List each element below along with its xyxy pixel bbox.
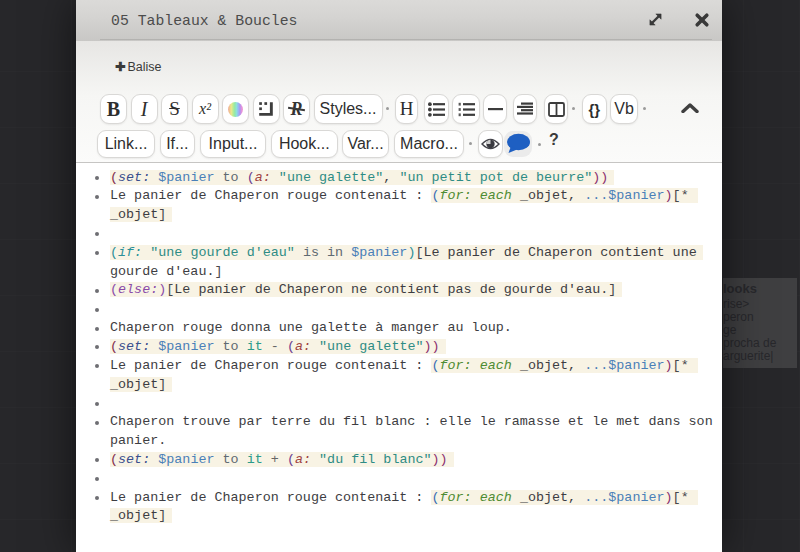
svg-text:?: ? — [549, 131, 559, 148]
